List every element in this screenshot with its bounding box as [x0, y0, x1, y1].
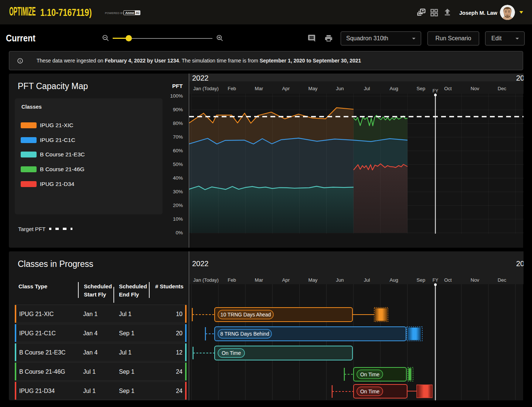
svg-text:2022: 2022 — [192, 74, 209, 82]
svg-text:Jul: Jul — [364, 277, 370, 283]
svg-text:Jul: Jul — [364, 86, 370, 91]
svg-text:Sep: Sep — [417, 277, 425, 283]
svg-text:FY: FY — [433, 278, 438, 283]
svg-text:On Time: On Time — [360, 389, 379, 394]
svg-text:May: May — [308, 86, 318, 91]
svg-text:Dec: Dec — [498, 277, 507, 283]
svg-text:On Time: On Time — [222, 350, 241, 356]
svg-text:2023: 2023 — [516, 74, 524, 82]
svg-text:Nov: Nov — [471, 277, 480, 283]
svg-text:2022: 2022 — [192, 260, 209, 268]
svg-text:Oct: Oct — [444, 86, 452, 91]
svg-text:2023: 2023 — [516, 260, 524, 268]
svg-text:Jun: Jun — [336, 277, 344, 283]
svg-text:Jun: Jun — [336, 86, 344, 91]
svg-text:On Time: On Time — [360, 372, 379, 377]
svg-text:FY: FY — [433, 88, 438, 94]
svg-text:Aug: Aug — [389, 277, 398, 283]
svg-text:Apr: Apr — [282, 86, 290, 91]
svg-text:Feb: Feb — [228, 86, 236, 91]
svg-text:Jan (Today): Jan (Today) — [193, 277, 219, 283]
svg-text:10 TRNG Days Ahead: 10 TRNG Days Ahead — [221, 312, 271, 318]
svg-text:Sep: Sep — [417, 86, 425, 91]
svg-text:Mar: Mar — [255, 277, 263, 283]
svg-text:Apr: Apr — [282, 277, 290, 283]
svg-text:Oct: Oct — [444, 277, 452, 283]
svg-text:Aug: Aug — [389, 86, 398, 91]
svg-text:Mar: Mar — [255, 86, 263, 91]
svg-text:Dec: Dec — [498, 86, 507, 91]
svg-text:8 TRNG Days Behind: 8 TRNG Days Behind — [220, 331, 269, 337]
svg-text:May: May — [308, 277, 318, 283]
svg-text:Feb: Feb — [228, 277, 236, 283]
svg-text:Jan (Today): Jan (Today) — [193, 86, 219, 91]
svg-text:Nov: Nov — [471, 86, 480, 91]
